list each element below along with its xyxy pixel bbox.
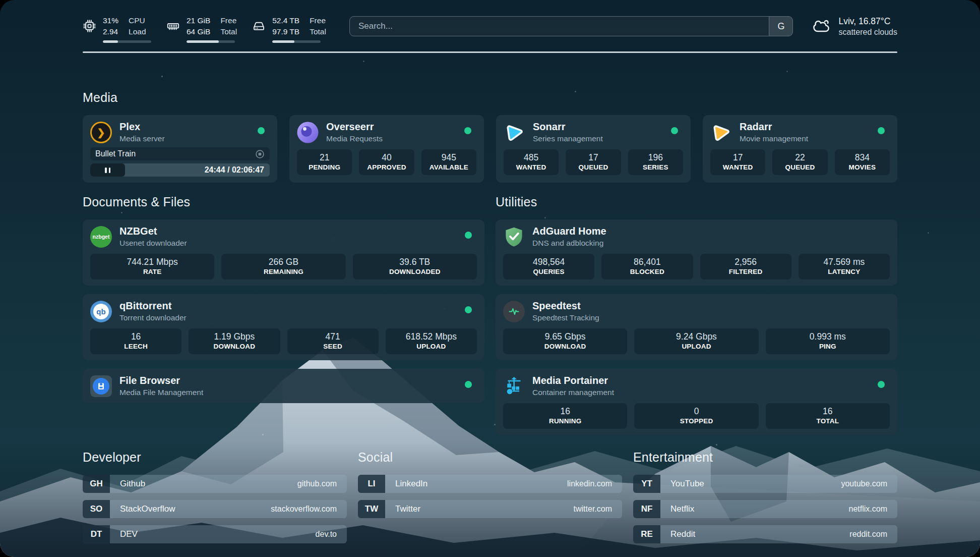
app-card-file-browser[interactable]: File Browser Media File Management: [83, 369, 484, 403]
link-youtube[interactable]: YT YouTube youtube.com: [633, 475, 897, 493]
section-title-developer: Developer: [83, 450, 347, 465]
app-card-sonarr[interactable]: Sonarr Series management 485 WANTED 17 Q…: [496, 115, 691, 183]
stat-leech: 16 LEECH: [90, 328, 181, 354]
link-name: DEV: [110, 525, 138, 543]
pause-icon[interactable]: [90, 163, 125, 177]
cpu-usage-value: 31%: [103, 15, 118, 26]
stat-download: 9.65 Gbps DOWNLOAD: [503, 328, 627, 354]
link-url: youtube.com: [841, 475, 897, 493]
app-title: qBittorrent: [119, 300, 187, 312]
stat-approved: 40 APPROVED: [359, 149, 414, 175]
app-subtitle: Media server: [119, 134, 165, 143]
link-url: twitter.com: [574, 500, 622, 518]
stat-ping: 0.993 ms PING: [766, 328, 890, 354]
stat-queued: 17 QUEUED: [566, 149, 621, 175]
stat-queued: 22 QUEUED: [772, 149, 827, 175]
stat-download: 1.19 Gbps DOWNLOAD: [189, 328, 280, 354]
app-subtitle: Media File Management: [119, 388, 203, 397]
app-card-radarr[interactable]: Radarr Movie management 17 WANTED 22 QUE…: [703, 115, 897, 183]
stat-seed: 471 SEED: [287, 328, 379, 354]
app-card-adguard-home[interactable]: AdGuard Home DNS and adblocking 498,564 …: [496, 219, 897, 286]
app-title: Overseerr: [326, 121, 383, 133]
link-url: netflix.com: [849, 500, 897, 518]
weather-condition: scattered clouds: [838, 28, 897, 37]
link-abbr: YT: [633, 475, 660, 493]
app-card-overseerr[interactable]: Overseerr Media Requests 21 PENDING 40 A…: [289, 115, 484, 183]
disk-free-label: Free: [310, 15, 326, 26]
link-name: Netflix: [660, 500, 694, 518]
app-card-media-portainer[interactable]: Media Portainer Container management 16 …: [496, 369, 897, 435]
disk-usage-bar: [272, 40, 321, 43]
link-name: Reddit: [660, 525, 695, 543]
link-url: reddit.com: [849, 525, 897, 543]
app-card-speedtest[interactable]: Speedtest Speedtest Tracking 9.65 Gbps D…: [496, 294, 897, 360]
google-engine-button[interactable]: G: [769, 17, 792, 36]
stat-upload: 9.24 Gbps UPLOAD: [634, 328, 758, 354]
app-card-nzbget[interactable]: nzbget NZBGet Usenet downloader 744.21 M…: [83, 219, 484, 286]
now-playing-title: Bullet Train: [95, 149, 136, 158]
snow-particles: [0, 0, 2, 2]
link-dev[interactable]: DT DEV dev.to: [83, 525, 347, 543]
app-subtitle: DNS and adblocking: [532, 239, 606, 248]
link-abbr: NF: [633, 500, 660, 518]
disk-icon: [252, 19, 266, 43]
stat-downloaded: 39.6 TB DOWNLOADED: [353, 254, 477, 280]
section-title-media: Media: [83, 90, 897, 105]
link-linkedin[interactable]: LI LinkedIn linkedin.com: [358, 475, 622, 493]
link-twitter[interactable]: TW Twitter twitter.com: [358, 500, 622, 518]
stat-total: 16 TOTAL: [766, 403, 890, 429]
weather-location-temp: Lviv, 16.87°C: [838, 16, 897, 27]
system-stats: 31% 2.94 CPU Load: [83, 15, 326, 43]
app-title: NZBGet: [119, 226, 187, 237]
filebrowser-icon: [90, 375, 112, 397]
link-abbr: SO: [83, 500, 110, 518]
disk-widget: 52.4 TB 97.9 TB Free Total: [252, 15, 326, 43]
now-playing-progress-bar[interactable]: 24:44 / 02:06:47: [90, 163, 270, 177]
search-input[interactable]: [350, 17, 769, 36]
link-reddit[interactable]: RE Reddit reddit.com: [633, 525, 897, 543]
link-abbr: DT: [83, 525, 110, 543]
disk-free-value: 52.4 TB: [272, 15, 299, 26]
section-title-utilities: Utilities: [496, 195, 897, 209]
now-playing-time: 24:44 / 02:06:47: [205, 165, 270, 175]
app-subtitle: Series management: [533, 134, 603, 143]
stat-latency: 47.569 ms LATENCY: [799, 254, 890, 280]
plex-icon: ❯: [90, 122, 112, 143]
sonarr-icon: [504, 122, 525, 143]
stat-pending: 21 PENDING: [297, 149, 352, 175]
section-title-documents-files: Documents & Files: [83, 195, 484, 209]
link-name: YouTube: [660, 475, 704, 493]
top-bar: 31% 2.94 CPU Load: [83, 0, 897, 43]
app-title: AdGuard Home: [532, 226, 606, 237]
stat-queries: 498,564 QUERIES: [503, 254, 594, 280]
speedtest-icon: [503, 301, 525, 322]
stat-rate: 744.21 Mbps RATE: [90, 254, 214, 280]
search-bar: G: [349, 16, 793, 36]
stat-upload: 618.52 Mbps UPLOAD: [386, 328, 477, 354]
app-card-plex[interactable]: ❯ Plex Media server Bullet Train: [83, 115, 277, 183]
now-playing-title-row: Bullet Train: [90, 147, 270, 160]
ram-total-label: Total: [220, 26, 237, 37]
topbar-divider: [83, 51, 897, 53]
disk-total-label: Total: [310, 26, 326, 37]
stat-remaining: 266 GB REMAINING: [221, 254, 345, 280]
link-abbr: GH: [83, 475, 110, 493]
app-title: Speedtest: [532, 300, 599, 312]
dashboard-page: 31% 2.94 CPU Load: [0, 0, 980, 557]
app-subtitle: Speedtest Tracking: [532, 313, 599, 322]
link-name: LinkedIn: [385, 475, 427, 493]
link-stackoverflow[interactable]: SO StackOverflow stackoverflow.com: [83, 500, 347, 518]
app-card-qbittorrent[interactable]: qb qBittorrent Torrent downloader 16: [83, 294, 484, 360]
link-name: Twitter: [385, 500, 420, 518]
stat-blocked: 86,401 BLOCKED: [601, 254, 693, 280]
memory-widget: 21 GiB 64 GiB Free Total: [166, 15, 237, 43]
link-url: stackoverflow.com: [271, 500, 347, 518]
cpu-usage-label: CPU: [129, 15, 146, 26]
disk-total-value: 97.9 TB: [272, 26, 299, 37]
link-github[interactable]: GH Github github.com: [83, 475, 347, 493]
cpu-widget: 31% 2.94 CPU Load: [83, 15, 151, 43]
cpu-usage-bar: [103, 40, 151, 43]
ram-total-value: 64 GiB: [187, 26, 210, 37]
cast-icon[interactable]: [255, 149, 265, 159]
link-netflix[interactable]: NF Netflix netflix.com: [633, 500, 897, 518]
